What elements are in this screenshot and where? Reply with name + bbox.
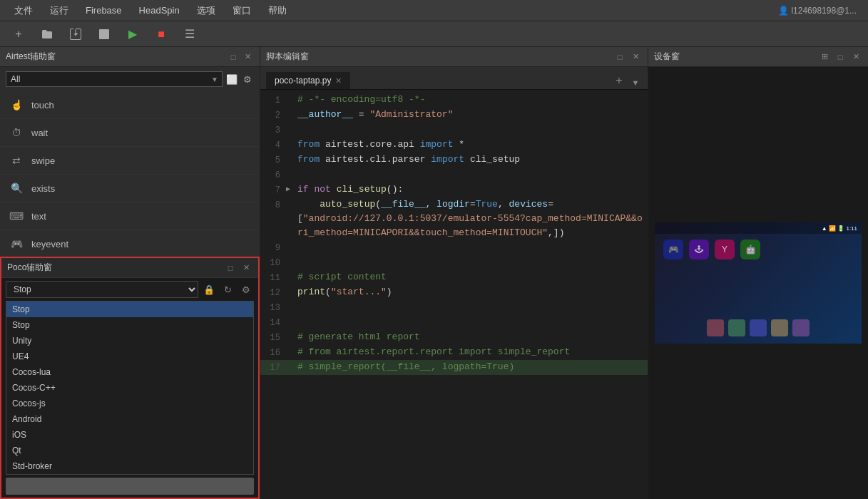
api-touch[interactable]: ☝ touch bbox=[0, 91, 260, 119]
app-icon-4[interactable]: 🤖 bbox=[740, 240, 760, 259]
tab-add-btn[interactable]: + bbox=[611, 72, 628, 89]
code-line-13: 13 bbox=[260, 300, 648, 315]
android-screen: ▲ 📶 🔋 1:11 🎮 🕹 Y 🤖 bbox=[655, 222, 862, 344]
poco-options-list: Stop Stop Unity UE4 Cocos-lua Cocos-C++ … bbox=[6, 301, 254, 475]
airtest-close-btn[interactable]: ✕ bbox=[241, 51, 254, 63]
code-line-6: 6 bbox=[260, 168, 648, 182]
poco-option-qt[interactable]: Qt bbox=[6, 443, 253, 458]
menu-window[interactable]: 窗口 bbox=[224, 1, 260, 20]
log-button[interactable]: ☰ bbox=[180, 24, 200, 44]
code-line-15: 15 # generate html report bbox=[260, 330, 648, 345]
bottom-app-4[interactable] bbox=[771, 319, 788, 336]
api-wait[interactable]: ⏱ wait bbox=[0, 119, 260, 147]
exists-icon: 🔍 bbox=[9, 180, 24, 196]
user-icon: 👤 bbox=[778, 6, 789, 16]
open-button[interactable] bbox=[37, 24, 57, 44]
poco-refresh-btn[interactable]: ↻ bbox=[220, 282, 235, 297]
poco-settings-btn[interactable]: ⚙ bbox=[238, 282, 254, 297]
code-line-17: 17 # simple_report(__file__, logpath=Tru… bbox=[260, 360, 648, 375]
device-inspect-btn[interactable]: ⊞ bbox=[818, 51, 831, 63]
main-area: Airtest辅助窗 □ ✕ All ▼ ⬜ ⚙ bbox=[0, 47, 868, 499]
api-exists[interactable]: 🔍 exists bbox=[0, 175, 260, 202]
bottom-app-5[interactable] bbox=[792, 319, 810, 336]
code-line-16: 16 # from airtest.report.report import s… bbox=[260, 345, 648, 360]
toolbar: + ▶ ■ ☰ bbox=[0, 21, 868, 47]
poco-panel-header: Poco辅助窗 □ ✕ bbox=[1, 258, 258, 278]
android-icons-row-1: 🎮 🕹 Y 🤖 bbox=[655, 234, 862, 265]
editor-close-btn[interactable]: ✕ bbox=[629, 51, 642, 63]
poco-option-cocos-js[interactable]: Cocos-js bbox=[6, 396, 253, 411]
text-icon: ⌨ bbox=[9, 208, 24, 224]
api-swipe[interactable]: ⇄ swipe bbox=[0, 147, 260, 175]
poco-close-btn[interactable]: ✕ bbox=[240, 262, 252, 274]
menu-options[interactable]: 选项 bbox=[188, 1, 224, 20]
poco-option-ue4[interactable]: UE4 bbox=[6, 349, 253, 364]
poco-minimize-btn[interactable]: □ bbox=[224, 262, 237, 274]
menu-file[interactable]: 文件 bbox=[6, 1, 41, 20]
app-icon-2[interactable]: 🕹 bbox=[689, 240, 709, 259]
run-button[interactable]: ▶ bbox=[123, 24, 143, 44]
keyevent-icon: 🎮 bbox=[9, 236, 24, 252]
api-keyevent-label: keyevent bbox=[31, 239, 68, 250]
poco-option-android[interactable]: Android bbox=[6, 411, 253, 427]
code-line-5: 5 from airtest.cli.parser import cli_set… bbox=[260, 153, 648, 168]
save-all-button[interactable] bbox=[94, 24, 114, 44]
bottom-app-1[interactable] bbox=[707, 319, 724, 336]
user-account[interactable]: 👤 l124698198@1... bbox=[772, 3, 862, 19]
poco-option-cocos-lua[interactable]: Cocos-lua bbox=[6, 364, 253, 380]
app-icon-3[interactable]: Y bbox=[715, 240, 735, 259]
airtest-panel-title: Airtest辅助窗 bbox=[6, 51, 224, 63]
poco-type-select[interactable]: Stop Stop Unity UE4 Cocos-lua Cocos-C++ … bbox=[6, 281, 198, 298]
airtest-search-area: All ▼ ⬜ ⚙ bbox=[0, 67, 260, 91]
api-exists-label: exists bbox=[31, 183, 55, 194]
editor-tab-poco-taptap[interactable]: poco-taptap.py ✕ bbox=[266, 72, 350, 89]
device-close-btn[interactable]: ✕ bbox=[849, 51, 862, 63]
poco-option-stop1[interactable]: Stop bbox=[6, 302, 253, 317]
menu-run[interactable]: 运行 bbox=[41, 1, 77, 20]
bottom-app-3[interactable] bbox=[750, 319, 767, 336]
airtest-filter-select[interactable]: All bbox=[6, 71, 223, 87]
bottom-app-2[interactable] bbox=[728, 319, 745, 336]
editor-minimize-btn[interactable]: □ bbox=[613, 51, 626, 63]
device-panel: 设备窗 ⊞ □ ✕ ▲ 📶 🔋 1:11 🎮 🕹 Y 🤖 bbox=[648, 47, 868, 499]
editor-tab-menu-btn[interactable]: ▼ bbox=[629, 76, 642, 89]
new-button[interactable]: + bbox=[9, 24, 29, 44]
code-line-2: 2 __author__ = "Administrator" bbox=[260, 108, 648, 123]
stop-button[interactable]: ■ bbox=[151, 24, 171, 44]
poco-option-std-broker[interactable]: Std-broker bbox=[6, 458, 253, 474]
code-line-4: 4 from airtest.core.api import * bbox=[260, 138, 648, 153]
airtest-record-btn[interactable]: ⬜ bbox=[225, 73, 238, 86]
menu-headspin[interactable]: HeadSpin bbox=[131, 2, 188, 19]
menu-firebase[interactable]: Firebase bbox=[77, 2, 131, 19]
airtest-minimize-btn[interactable]: □ bbox=[227, 51, 240, 63]
tab-filename: poco-taptap.py bbox=[275, 76, 331, 86]
poco-panel-title: Poco辅助窗 bbox=[7, 262, 221, 274]
code-line-14: 14 bbox=[260, 315, 648, 330]
editor-tabs: poco-taptap.py ✕ + ▼ bbox=[260, 67, 648, 90]
poco-option-ios[interactable]: iOS bbox=[6, 427, 253, 443]
poco-dropdown-area: Stop Stop Unity UE4 Cocos-lua Cocos-C++ … bbox=[1, 278, 258, 301]
airtest-settings-btn[interactable]: ⚙ bbox=[241, 73, 254, 86]
editor-panel-title: 脚本编辑窗 bbox=[266, 51, 611, 63]
code-line-3: 3 bbox=[260, 123, 648, 138]
device-minimize-btn[interactable]: □ bbox=[834, 51, 847, 63]
poco-option-cocos-cpp[interactable]: Cocos-C++ bbox=[6, 380, 253, 396]
poco-panel: Poco辅助窗 □ ✕ Stop Stop Unity UE4 Cocos-lu… bbox=[0, 255, 260, 499]
android-bottom-icons bbox=[655, 319, 862, 336]
android-status-text: ▲ 📶 🔋 1:11 bbox=[822, 225, 857, 232]
code-editor[interactable]: 1 # -*- encoding=utf8 -*- 2 __author__ =… bbox=[260, 90, 648, 499]
airtest-api-list: ☝ touch ⏱ wait ⇄ swipe 🔍 exists ⌨ text 🎮 bbox=[0, 91, 260, 255]
tab-close-btn[interactable]: ✕ bbox=[335, 76, 342, 86]
poco-option-stop2[interactable]: Stop bbox=[6, 317, 253, 333]
api-wait-label: wait bbox=[31, 128, 48, 138]
app-icon-1[interactable]: 🎮 bbox=[663, 240, 683, 259]
code-line-12: 12 print("start...") bbox=[260, 285, 648, 300]
code-line-1: 1 # -*- encoding=utf8 -*- bbox=[260, 93, 648, 108]
api-keyevent[interactable]: 🎮 keyevent bbox=[0, 230, 260, 255]
menu-help[interactable]: 帮助 bbox=[260, 1, 295, 20]
poco-lock-btn[interactable]: 🔒 bbox=[201, 282, 217, 297]
api-text[interactable]: ⌨ text bbox=[0, 202, 260, 230]
save-button[interactable] bbox=[66, 24, 86, 44]
touch-icon: ☝ bbox=[9, 97, 24, 113]
poco-option-unity[interactable]: Unity bbox=[6, 333, 253, 349]
